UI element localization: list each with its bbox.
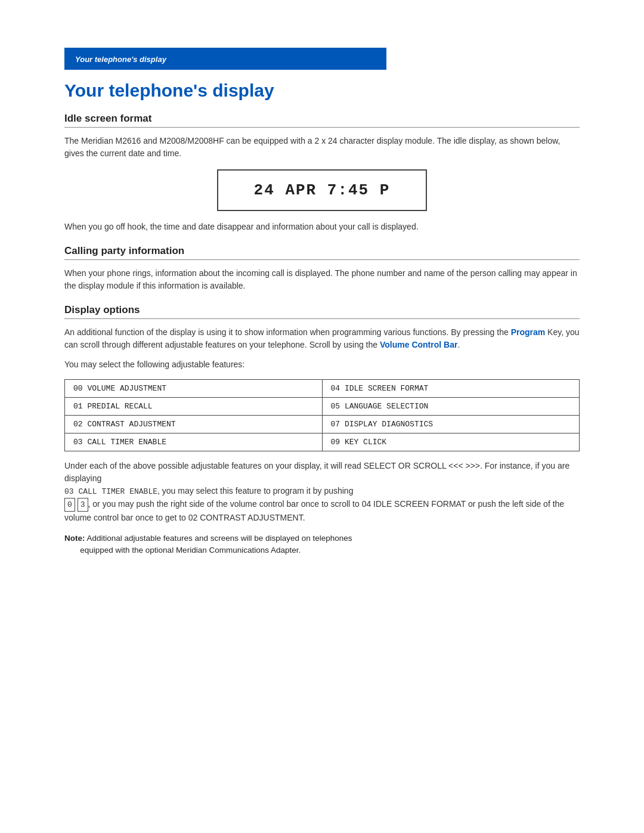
note-section: Note: Additional adjustable features and… bbox=[64, 532, 580, 557]
page: Your telephone's display Your telephone'… bbox=[0, 48, 644, 833]
table-row: 02 CONTRAST ADJUSTMENT 07 DISPLAY DIAGNO… bbox=[65, 416, 580, 433]
calling-party-para-1: When your phone rings, information about… bbox=[64, 267, 580, 292]
table-row: 01 PREDIAL RECALL 05 LANGUAGE SELECTION bbox=[65, 398, 580, 416]
call-timer-label: 03 CALL TIMER ENABLE bbox=[64, 487, 157, 496]
display-options-para-1: An additional function of the display is… bbox=[64, 326, 580, 351]
idle-screen-para-1: The Meridian M2616 and M2008/M2008HF can… bbox=[64, 135, 580, 160]
display-example-box: 24 APR 7:45 P bbox=[217, 169, 428, 211]
section-heading-calling-party: Calling party information bbox=[64, 245, 580, 260]
idle-screen-para-2: When you go off hook, the time and date … bbox=[64, 221, 580, 233]
after-table-text-1: Under each of the above possible adjusta… bbox=[64, 461, 569, 483]
after-table-text-2-suffix: , you may select this feature to program… bbox=[157, 486, 353, 496]
program-key-link: Program bbox=[511, 327, 546, 337]
after-table-block: Under each of the above possible adjusta… bbox=[64, 460, 580, 524]
table-cell: 09 KEY CLICK bbox=[322, 433, 580, 451]
note-text: Additional adjustable features and scree… bbox=[64, 534, 352, 555]
section-heading-idle-screen: Idle screen format bbox=[64, 113, 580, 128]
table-cell: 04 IDLE SCREEN FORMAT bbox=[322, 380, 580, 398]
table-row: 03 CALL TIMER ENABLE 09 KEY CLICK bbox=[65, 433, 580, 451]
display-options-para-2: You may select the following adjustable … bbox=[64, 358, 580, 371]
key-0-box: 0 bbox=[64, 498, 75, 512]
table-cell: 07 DISPLAY DIAGNOSTICS bbox=[322, 416, 580, 433]
table-cell: 00 VOLUME ADJUSTMENT bbox=[65, 380, 323, 398]
display-example-wrapper: 24 APR 7:45 P bbox=[64, 169, 580, 211]
section-heading-display-options: Display options bbox=[64, 304, 580, 319]
breadcrumb: Your telephone's display bbox=[75, 55, 166, 64]
table-cell: 05 LANGUAGE SELECTION bbox=[322, 398, 580, 416]
table-cell: 01 PREDIAL RECALL bbox=[65, 398, 323, 416]
key-3-box: 3 bbox=[78, 498, 88, 512]
volume-control-bar-link: Volume Control Bar bbox=[380, 340, 457, 349]
main-content: Your telephone's display Idle screen for… bbox=[64, 70, 580, 557]
table-row: 00 VOLUME ADJUSTMENT 04 IDLE SCREEN FORM… bbox=[65, 380, 580, 398]
table-cell: 03 CALL TIMER ENABLE bbox=[65, 433, 323, 451]
feature-table: 00 VOLUME ADJUSTMENT 04 IDLE SCREEN FORM… bbox=[64, 379, 580, 451]
top-header-bar: Your telephone's display bbox=[64, 48, 386, 70]
page-title: Your telephone's display bbox=[64, 80, 580, 101]
table-cell: 02 CONTRAST ADJUSTMENT bbox=[65, 416, 323, 433]
note-label: Note: bbox=[64, 534, 85, 543]
after-table-text-3: , or you may push the right side of the … bbox=[64, 499, 564, 522]
